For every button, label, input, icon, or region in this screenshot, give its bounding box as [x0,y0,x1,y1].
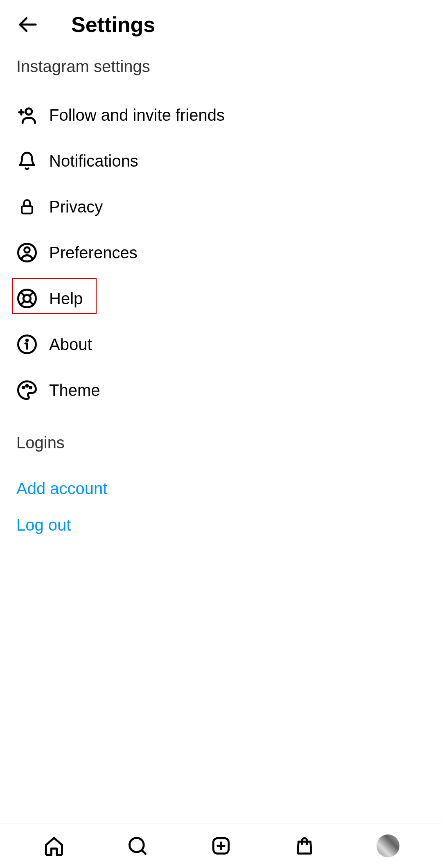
add-friend-icon [16,104,38,126]
menu-item-help[interactable]: Help [0,276,442,321]
menu-label: Privacy [49,198,103,216]
add-account-link[interactable]: Add account [16,470,426,507]
menu-label: Follow and invite friends [49,106,225,124]
menu-item-preferences[interactable]: Preferences [0,230,442,276]
svg-line-10 [29,301,33,305]
menu-label: About [49,335,92,354]
svg-rect-4 [22,206,32,213]
shopping-bag-icon [294,836,315,856]
plus-square-icon [211,836,231,856]
menu-label: Preferences [49,244,138,262]
avatar-icon [377,834,399,857]
svg-line-12 [21,301,25,305]
search-icon [127,835,148,857]
info-icon [16,334,38,355]
menu-item-theme[interactable]: Theme [0,367,442,413]
logins-section: Logins Add account Log out [0,413,442,556]
menu-item-privacy[interactable]: Privacy [0,184,442,230]
svg-point-16 [26,340,27,341]
nav-shop[interactable] [292,834,317,858]
svg-line-21 [142,850,145,854]
log-out-link[interactable]: Log out [16,507,426,543]
nav-profile[interactable] [376,834,400,858]
menu-item-about[interactable]: About [0,321,442,367]
back-button[interactable] [16,14,38,36]
lock-icon [16,196,38,217]
menu-item-notifications[interactable]: Notifications [0,138,442,184]
home-icon [43,835,65,857]
svg-point-1 [26,108,32,115]
nav-home[interactable] [42,834,66,858]
bell-icon [16,150,38,172]
menu-label: Help [49,289,83,308]
nav-search[interactable] [125,834,150,858]
page-title: Settings [71,12,155,37]
header: Settings [0,0,442,45]
svg-line-11 [29,292,33,296]
section-label: Instagram settings [0,45,442,92]
menu-label: Theme [49,381,100,400]
svg-point-19 [30,387,32,388]
logins-header: Logins [16,434,426,452]
svg-line-9 [21,292,25,296]
arrow-left-icon [16,14,38,36]
lifebuoy-icon [16,288,38,309]
svg-point-17 [23,387,24,388]
menu-item-follow-invite[interactable]: Follow and invite friends [0,92,442,138]
palette-icon [16,380,38,401]
settings-menu: Follow and invite friends Notifications … [0,92,442,413]
svg-point-6 [25,247,30,253]
bottom-nav [0,823,442,868]
svg-point-18 [26,385,28,387]
nav-create[interactable] [209,834,233,858]
person-circle-icon [16,242,38,263]
menu-label: Notifications [49,152,138,170]
